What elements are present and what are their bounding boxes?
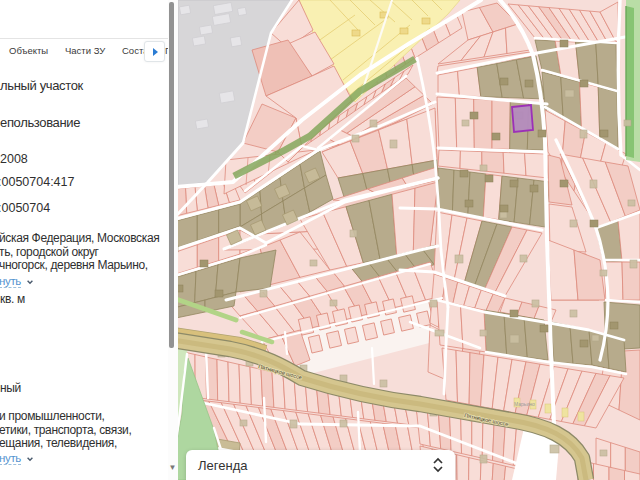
svg-text:Марьино: Марьино bbox=[514, 401, 535, 407]
